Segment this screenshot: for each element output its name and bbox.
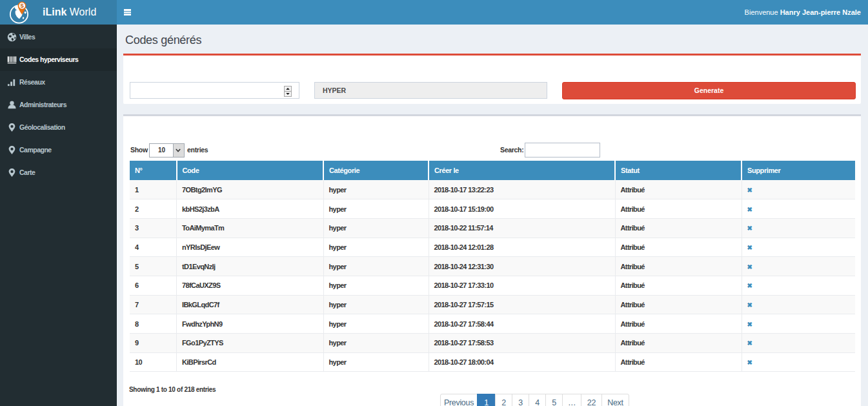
svg-text:$: $ — [21, 2, 25, 9]
